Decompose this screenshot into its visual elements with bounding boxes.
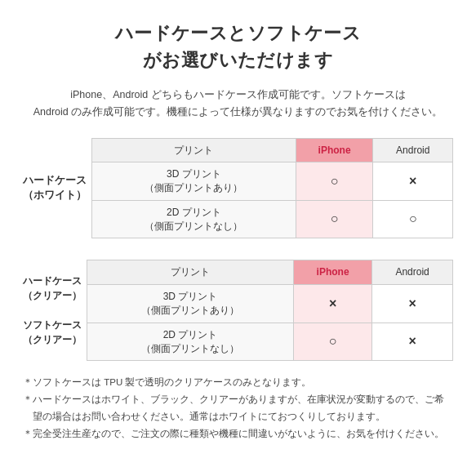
table-row: 3D プリント（側面プリントあり） × × — [87, 285, 453, 323]
circle-mark: ○ — [331, 174, 339, 188]
note-3: ＊完全受注生産なので、ご注文の際に種類や機種に間違いがないように、お気を付けくだ… — [23, 425, 453, 443]
row-header-hard-clear: ハードケース （クリアー） ソフトケース （クリアー） — [23, 260, 87, 361]
circle-mark: ○ — [331, 211, 339, 225]
notes-section: ＊ソフトケースは TPU 製で透明のクリアケースのみとなります。 ＊ハードケース… — [23, 374, 453, 442]
cross-mark: × — [409, 174, 416, 188]
cross-mark: × — [408, 334, 416, 348]
table-row: 3D プリント（側面プリントあり） ○ × — [92, 162, 453, 201]
col-header-android-2: Android — [372, 260, 453, 285]
android-cell: × — [372, 285, 453, 323]
col-header-iphone-2: iPhone — [294, 260, 372, 285]
print-type-label: 3D プリント（側面プリントあり） — [92, 162, 296, 201]
cross-mark: × — [329, 296, 336, 310]
col-header-print-1: プリント — [92, 138, 296, 162]
print-type-label: 2D プリント（側面プリントなし） — [92, 200, 296, 238]
table-row: 2D プリント（側面プリントなし） ○ × — [87, 323, 453, 361]
android-cell: × — [372, 323, 453, 361]
iphone-cell: ○ — [296, 162, 373, 201]
main-container: ハードケースとソフトケース がお選びいただけます iPhone、Android … — [0, 0, 476, 458]
circle-mark: ○ — [409, 211, 417, 225]
page-title: ハードケースとソフトケース がお選びいただけます — [23, 20, 453, 73]
android-cell: ○ — [373, 200, 453, 238]
col-header-android-1: Android — [373, 138, 453, 162]
table-hard-white: プリント iPhone Android 3D プリント（側面プリントあり） ○ … — [91, 138, 453, 239]
subtitle-text: iPhone、Android どちらもハードケース作成可能です。ソフトケースは … — [23, 87, 453, 122]
cross-mark: × — [408, 296, 416, 310]
row-header-hard-white: ハードケース （ホワイト） — [23, 138, 91, 239]
iphone-cell: ○ — [294, 323, 372, 361]
note-2: ＊ハードケースはホワイト、ブラック、クリアーがありますが、在庫状況が変動するので… — [23, 391, 453, 425]
col-header-iphone-1: iPhone — [296, 138, 373, 162]
print-type-label: 3D プリント（側面プリントあり） — [87, 285, 294, 323]
iphone-cell: ○ — [296, 200, 373, 238]
table-row: 2D プリント（側面プリントなし） ○ ○ — [92, 200, 453, 238]
section-hard-clear: ハードケース （クリアー） ソフトケース （クリアー） プリント iPhone … — [23, 260, 453, 361]
iphone-cell: × — [294, 285, 372, 323]
table-hard-clear: プリント iPhone Android 3D プリント（側面プリントあり） × … — [87, 260, 453, 361]
col-header-print-2: プリント — [87, 260, 294, 285]
circle-mark: ○ — [329, 334, 337, 348]
section-hard-white: ハードケース （ホワイト） プリント iPhone Android 3D プリン… — [23, 138, 453, 239]
android-cell: × — [373, 162, 453, 201]
print-type-label: 2D プリント（側面プリントなし） — [87, 323, 294, 361]
note-1: ＊ソフトケースは TPU 製で透明のクリアケースのみとなります。 — [23, 374, 453, 391]
